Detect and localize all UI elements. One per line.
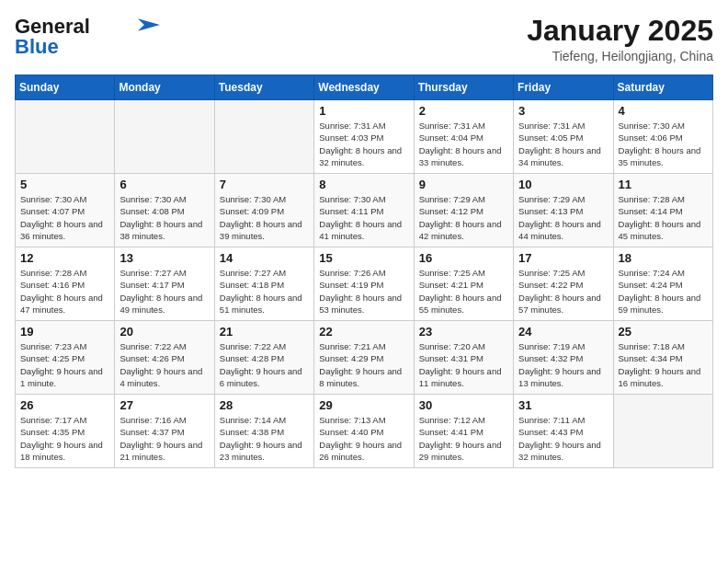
day-info: Sunrise: 7:11 AM Sunset: 4:43 PM Dayligh… [518, 414, 608, 463]
weekday-header: Tuesday [214, 75, 313, 100]
calendar-subtitle: Tiefeng, Heilongjiang, China [527, 49, 713, 63]
weekday-header: Friday [514, 75, 613, 100]
day-info: Sunrise: 7:30 AM Sunset: 4:08 PM Dayligh… [119, 193, 209, 242]
day-info: Sunrise: 7:16 AM Sunset: 4:37 PM Dayligh… [119, 414, 209, 463]
calendar-week-row: 19Sunrise: 7:23 AM Sunset: 4:25 PM Dayli… [16, 321, 713, 395]
day-number: 10 [518, 178, 608, 191]
day-info: Sunrise: 7:24 AM Sunset: 4:24 PM Dayligh… [619, 267, 708, 316]
day-info: Sunrise: 7:30 AM Sunset: 4:11 PM Dayligh… [319, 193, 408, 242]
calendar-day-cell: 5Sunrise: 7:30 AM Sunset: 4:07 PM Daylig… [16, 174, 115, 247]
day-number: 7 [220, 178, 309, 191]
day-number: 5 [20, 178, 109, 191]
day-number: 22 [319, 325, 408, 339]
day-info: Sunrise: 7:30 AM Sunset: 4:07 PM Dayligh… [20, 193, 109, 242]
calendar-day-cell: 14Sunrise: 7:27 AM Sunset: 4:18 PM Dayli… [214, 247, 313, 321]
calendar-day-cell: 7Sunrise: 7:30 AM Sunset: 4:09 PM Daylig… [214, 174, 313, 247]
weekday-header: Wednesday [314, 75, 414, 100]
svg-marker-0 [138, 18, 160, 31]
day-info: Sunrise: 7:21 AM Sunset: 4:29 PM Dayligh… [319, 340, 408, 389]
calendar-week-row: 5Sunrise: 7:30 AM Sunset: 4:07 PM Daylig… [16, 174, 713, 247]
day-number: 16 [419, 251, 508, 265]
calendar-day-cell: 6Sunrise: 7:30 AM Sunset: 4:08 PM Daylig… [115, 174, 214, 247]
weekday-header: Sunday [16, 75, 115, 100]
day-number: 9 [419, 178, 508, 191]
calendar-title: January 2025 [527, 15, 713, 47]
day-info: Sunrise: 7:13 AM Sunset: 4:40 PM Dayligh… [319, 414, 408, 463]
logo-blue: Blue [15, 35, 59, 59]
title-block: January 2025 Tiefeng, Heilongjiang, Chin… [527, 15, 713, 63]
calendar-day-cell [16, 100, 115, 174]
day-number: 30 [419, 398, 508, 412]
calendar-day-cell: 24Sunrise: 7:19 AM Sunset: 4:32 PM Dayli… [514, 321, 613, 395]
day-info: Sunrise: 7:28 AM Sunset: 4:16 PM Dayligh… [20, 267, 109, 316]
calendar-day-cell: 8Sunrise: 7:30 AM Sunset: 4:11 PM Daylig… [314, 174, 414, 247]
day-info: Sunrise: 7:18 AM Sunset: 4:34 PM Dayligh… [619, 340, 708, 389]
calendar-day-cell: 31Sunrise: 7:11 AM Sunset: 4:43 PM Dayli… [514, 395, 613, 468]
day-info: Sunrise: 7:14 AM Sunset: 4:38 PM Dayligh… [220, 414, 309, 463]
calendar-day-cell: 2Sunrise: 7:31 AM Sunset: 4:04 PM Daylig… [414, 100, 513, 174]
day-number: 29 [319, 398, 408, 412]
day-info: Sunrise: 7:30 AM Sunset: 4:06 PM Dayligh… [619, 120, 708, 168]
calendar-day-cell [613, 395, 712, 468]
calendar-day-cell: 28Sunrise: 7:14 AM Sunset: 4:38 PM Dayli… [214, 395, 313, 468]
calendar-day-cell: 20Sunrise: 7:22 AM Sunset: 4:26 PM Dayli… [115, 321, 214, 395]
day-number: 24 [518, 325, 608, 339]
day-number: 20 [119, 325, 209, 339]
weekday-header: Saturday [613, 75, 712, 100]
day-number: 1 [319, 104, 408, 118]
calendar-day-cell: 12Sunrise: 7:28 AM Sunset: 4:16 PM Dayli… [16, 247, 115, 321]
day-info: Sunrise: 7:27 AM Sunset: 4:18 PM Dayligh… [220, 267, 309, 316]
day-info: Sunrise: 7:17 AM Sunset: 4:35 PM Dayligh… [20, 414, 109, 463]
calendar-day-cell: 23Sunrise: 7:20 AM Sunset: 4:31 PM Dayli… [414, 321, 513, 395]
weekday-header-row: SundayMondayTuesdayWednesdayThursdayFrid… [16, 75, 713, 100]
logo: General Blue [15, 15, 160, 59]
calendar-day-cell: 25Sunrise: 7:18 AM Sunset: 4:34 PM Dayli… [613, 321, 712, 395]
weekday-header: Monday [115, 75, 214, 100]
day-info: Sunrise: 7:30 AM Sunset: 4:09 PM Dayligh… [220, 193, 309, 242]
day-number: 18 [619, 251, 708, 265]
calendar-day-cell: 19Sunrise: 7:23 AM Sunset: 4:25 PM Dayli… [16, 321, 115, 395]
day-number: 2 [419, 104, 508, 118]
calendar-day-cell: 4Sunrise: 7:30 AM Sunset: 4:06 PM Daylig… [613, 100, 712, 174]
calendar-day-cell: 29Sunrise: 7:13 AM Sunset: 4:40 PM Dayli… [314, 395, 414, 468]
weekday-header: Thursday [414, 75, 513, 100]
day-info: Sunrise: 7:19 AM Sunset: 4:32 PM Dayligh… [518, 340, 608, 389]
day-number: 14 [220, 251, 309, 265]
day-info: Sunrise: 7:12 AM Sunset: 4:41 PM Dayligh… [419, 414, 508, 463]
day-number: 27 [119, 398, 209, 412]
day-number: 12 [20, 251, 109, 265]
calendar-day-cell: 22Sunrise: 7:21 AM Sunset: 4:29 PM Dayli… [314, 321, 414, 395]
day-number: 6 [119, 178, 209, 191]
calendar-day-cell: 16Sunrise: 7:25 AM Sunset: 4:21 PM Dayli… [414, 247, 513, 321]
day-number: 11 [619, 178, 708, 191]
day-info: Sunrise: 7:20 AM Sunset: 4:31 PM Dayligh… [419, 340, 508, 389]
calendar-day-cell: 11Sunrise: 7:28 AM Sunset: 4:14 PM Dayli… [613, 174, 712, 247]
day-number: 13 [119, 251, 209, 265]
page-header: General Blue January 2025 Tiefeng, Heilo… [15, 15, 713, 63]
day-info: Sunrise: 7:25 AM Sunset: 4:22 PM Dayligh… [518, 267, 608, 316]
calendar-week-row: 26Sunrise: 7:17 AM Sunset: 4:35 PM Dayli… [16, 395, 713, 468]
day-info: Sunrise: 7:27 AM Sunset: 4:17 PM Dayligh… [119, 267, 209, 316]
day-number: 17 [518, 251, 608, 265]
calendar-week-row: 12Sunrise: 7:28 AM Sunset: 4:16 PM Dayli… [16, 247, 713, 321]
calendar-day-cell: 10Sunrise: 7:29 AM Sunset: 4:13 PM Dayli… [514, 174, 613, 247]
day-info: Sunrise: 7:26 AM Sunset: 4:19 PM Dayligh… [319, 267, 408, 316]
day-number: 3 [518, 104, 608, 118]
day-info: Sunrise: 7:29 AM Sunset: 4:13 PM Dayligh… [518, 193, 608, 242]
day-number: 19 [20, 325, 109, 339]
day-info: Sunrise: 7:31 AM Sunset: 4:04 PM Dayligh… [419, 120, 508, 168]
calendar-table: SundayMondayTuesdayWednesdayThursdayFrid… [15, 75, 713, 468]
logo-arrow-icon [138, 18, 160, 31]
calendar-day-cell: 1Sunrise: 7:31 AM Sunset: 4:03 PM Daylig… [314, 100, 414, 174]
calendar-day-cell: 9Sunrise: 7:29 AM Sunset: 4:12 PM Daylig… [414, 174, 513, 247]
calendar-day-cell: 15Sunrise: 7:26 AM Sunset: 4:19 PM Dayli… [314, 247, 414, 321]
day-number: 23 [419, 325, 508, 339]
day-info: Sunrise: 7:29 AM Sunset: 4:12 PM Dayligh… [419, 193, 508, 242]
day-info: Sunrise: 7:23 AM Sunset: 4:25 PM Dayligh… [20, 340, 109, 389]
calendar-day-cell: 26Sunrise: 7:17 AM Sunset: 4:35 PM Dayli… [16, 395, 115, 468]
calendar-day-cell: 3Sunrise: 7:31 AM Sunset: 4:05 PM Daylig… [514, 100, 613, 174]
day-number: 25 [619, 325, 708, 339]
day-info: Sunrise: 7:28 AM Sunset: 4:14 PM Dayligh… [619, 193, 708, 242]
day-number: 8 [319, 178, 408, 191]
calendar-day-cell: 21Sunrise: 7:22 AM Sunset: 4:28 PM Dayli… [214, 321, 313, 395]
